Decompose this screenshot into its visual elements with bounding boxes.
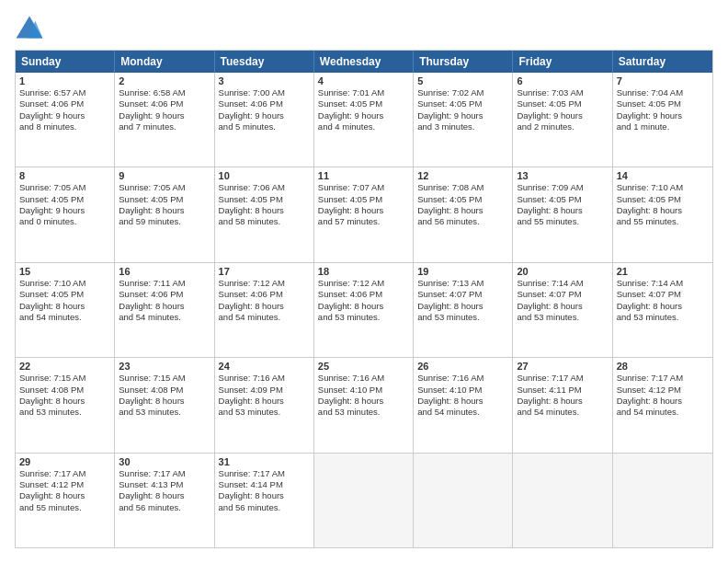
sunset-text: Sunset: 4:05 PM <box>119 194 210 205</box>
day-number: 18 <box>318 266 409 277</box>
calendar-body: 1Sunrise: 6:57 AMSunset: 4:06 PMDaylight… <box>16 73 712 547</box>
day-number: 10 <box>219 170 310 181</box>
daylight-duration: and 53 minutes. <box>318 312 409 323</box>
daylight-label: Daylight: 8 hours <box>318 301 409 312</box>
day-number: 21 <box>617 266 709 277</box>
daylight-duration: and 53 minutes. <box>417 312 508 323</box>
day-number: 6 <box>517 75 608 86</box>
sunset-text: Sunset: 4:07 PM <box>417 289 508 300</box>
day-number: 2 <box>119 75 210 86</box>
sunrise-text: Sunrise: 7:07 AM <box>318 182 409 193</box>
day-number: 16 <box>119 266 210 277</box>
day-cell-17: 17Sunrise: 7:12 AMSunset: 4:06 PMDayligh… <box>215 263 314 357</box>
sunrise-text: Sunrise: 7:10 AM <box>19 278 110 289</box>
day-number: 7 <box>617 75 709 86</box>
day-number: 15 <box>19 266 110 277</box>
day-cell-2: 2Sunrise: 6:58 AMSunset: 4:06 PMDaylight… <box>115 73 214 167</box>
sunset-text: Sunset: 4:12 PM <box>19 479 110 490</box>
daylight-duration: and 5 minutes. <box>219 121 310 132</box>
day-number: 29 <box>19 456 110 467</box>
day-cell-16: 16Sunrise: 7:11 AMSunset: 4:06 PMDayligh… <box>115 263 214 357</box>
empty-cell <box>414 454 513 547</box>
header-day-monday: Monday <box>115 51 214 73</box>
sunrise-text: Sunrise: 7:14 AM <box>617 278 709 289</box>
daylight-duration: and 55 minutes. <box>19 502 110 513</box>
daylight-duration: and 56 minutes. <box>417 216 508 227</box>
sunrise-text: Sunrise: 7:08 AM <box>417 182 508 193</box>
day-number: 9 <box>119 170 210 181</box>
sunset-text: Sunset: 4:10 PM <box>318 385 409 396</box>
daylight-label: Daylight: 9 hours <box>19 110 110 121</box>
sunrise-text: Sunrise: 7:12 AM <box>219 278 310 289</box>
day-number: 26 <box>417 361 508 372</box>
sunset-text: Sunset: 4:05 PM <box>417 194 508 205</box>
sunrise-text: Sunrise: 7:13 AM <box>417 278 508 289</box>
daylight-label: Daylight: 8 hours <box>318 396 409 407</box>
daylight-label: Daylight: 9 hours <box>517 110 608 121</box>
daylight-label: Daylight: 8 hours <box>417 396 508 407</box>
sunset-text: Sunset: 4:06 PM <box>219 98 310 109</box>
sunset-text: Sunset: 4:13 PM <box>119 479 210 490</box>
empty-cell <box>314 454 414 547</box>
sunrise-text: Sunrise: 7:04 AM <box>617 87 709 98</box>
header-day-thursday: Thursday <box>414 51 513 73</box>
sunrise-text: Sunrise: 7:12 AM <box>318 278 409 289</box>
sunset-text: Sunset: 4:12 PM <box>617 385 709 396</box>
day-cell-26: 26Sunrise: 7:16 AMSunset: 4:10 PMDayligh… <box>414 358 513 452</box>
day-cell-20: 20Sunrise: 7:14 AMSunset: 4:07 PMDayligh… <box>513 263 612 357</box>
daylight-label: Daylight: 8 hours <box>119 490 210 501</box>
daylight-duration: and 58 minutes. <box>219 216 310 227</box>
sunset-text: Sunset: 4:06 PM <box>219 289 310 300</box>
daylight-duration: and 53 minutes. <box>119 407 210 418</box>
sunset-text: Sunset: 4:05 PM <box>517 194 608 205</box>
sunset-text: Sunset: 4:06 PM <box>119 289 210 300</box>
daylight-label: Daylight: 9 hours <box>617 110 709 121</box>
sunrise-text: Sunrise: 7:02 AM <box>417 87 508 98</box>
daylight-label: Daylight: 8 hours <box>617 301 709 312</box>
header-day-wednesday: Wednesday <box>314 51 414 73</box>
calendar: SundayMondayTuesdayWednesdayThursdayFrid… <box>15 50 713 548</box>
sunset-text: Sunset: 4:06 PM <box>318 289 409 300</box>
day-number: 23 <box>119 361 210 372</box>
daylight-duration: and 3 minutes. <box>417 121 508 132</box>
sunset-text: Sunset: 4:07 PM <box>517 289 608 300</box>
daylight-duration: and 54 minutes. <box>617 407 709 418</box>
day-number: 12 <box>417 170 508 181</box>
daylight-duration: and 53 minutes. <box>19 407 110 418</box>
sunset-text: Sunset: 4:10 PM <box>417 385 508 396</box>
daylight-label: Daylight: 9 hours <box>119 110 210 121</box>
sunset-text: Sunset: 4:08 PM <box>19 385 110 396</box>
sunset-text: Sunset: 4:05 PM <box>318 98 409 109</box>
daylight-label: Daylight: 8 hours <box>119 205 210 216</box>
daylight-label: Daylight: 8 hours <box>318 205 409 216</box>
day-cell-3: 3Sunrise: 7:00 AMSunset: 4:06 PMDaylight… <box>215 73 314 167</box>
day-number: 17 <box>219 266 310 277</box>
day-cell-4: 4Sunrise: 7:01 AMSunset: 4:05 PMDaylight… <box>314 73 414 167</box>
daylight-duration: and 54 minutes. <box>219 312 310 323</box>
day-cell-23: 23Sunrise: 7:15 AMSunset: 4:08 PMDayligh… <box>115 358 214 452</box>
calendar-header: SundayMondayTuesdayWednesdayThursdayFrid… <box>16 51 712 73</box>
day-cell-12: 12Sunrise: 7:08 AMSunset: 4:05 PMDayligh… <box>414 167 513 261</box>
header-day-friday: Friday <box>513 51 612 73</box>
day-cell-29: 29Sunrise: 7:17 AMSunset: 4:12 PMDayligh… <box>16 454 115 547</box>
sunrise-text: Sunrise: 6:57 AM <box>19 87 110 98</box>
daylight-duration: and 55 minutes. <box>617 216 709 227</box>
sunset-text: Sunset: 4:05 PM <box>617 98 709 109</box>
sunrise-text: Sunrise: 7:15 AM <box>19 373 110 384</box>
daylight-duration: and 2 minutes. <box>517 121 608 132</box>
daylight-label: Daylight: 9 hours <box>219 110 310 121</box>
daylight-duration: and 1 minute. <box>617 121 709 132</box>
sunset-text: Sunset: 4:11 PM <box>517 385 608 396</box>
day-cell-28: 28Sunrise: 7:17 AMSunset: 4:12 PMDayligh… <box>613 358 712 452</box>
sunset-text: Sunset: 4:09 PM <box>219 385 310 396</box>
calendar-row-1: 1Sunrise: 6:57 AMSunset: 4:06 PMDaylight… <box>16 73 712 167</box>
day-cell-30: 30Sunrise: 7:17 AMSunset: 4:13 PMDayligh… <box>115 454 214 547</box>
day-number: 20 <box>517 266 608 277</box>
day-cell-6: 6Sunrise: 7:03 AMSunset: 4:05 PMDaylight… <box>513 73 612 167</box>
daylight-label: Daylight: 8 hours <box>617 396 709 407</box>
day-number: 1 <box>19 75 110 86</box>
empty-cell <box>613 454 712 547</box>
sunset-text: Sunset: 4:14 PM <box>219 479 310 490</box>
empty-cell <box>513 454 612 547</box>
sunrise-text: Sunrise: 7:17 AM <box>119 468 210 479</box>
